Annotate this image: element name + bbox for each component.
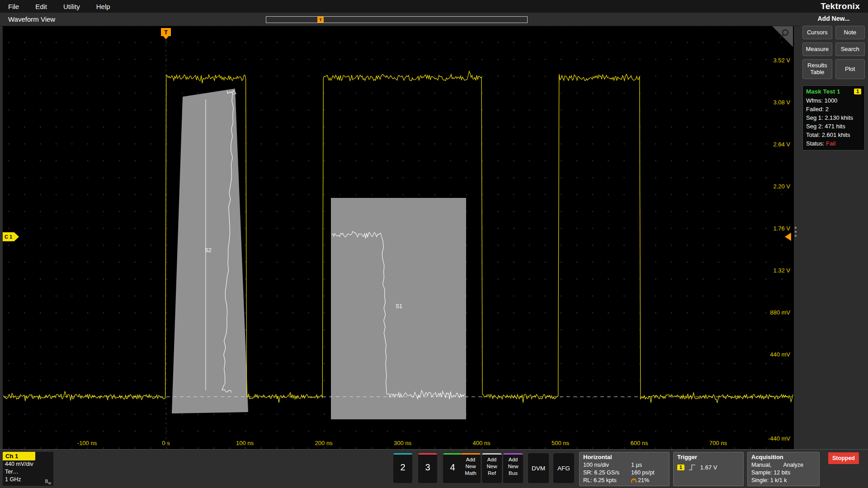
mask-test-title: Mask Test 1: [806, 88, 840, 95]
right-sidebar: Add New... Cursors Note Measure Search R…: [799, 13, 868, 449]
add-bus-line2: New: [503, 463, 523, 470]
add-new-bus-button[interactable]: Add New Bus: [503, 453, 523, 483]
plot-button[interactable]: Plot: [835, 59, 865, 79]
trigger-panel[interactable]: Trigger 1 1.67 V: [673, 452, 744, 486]
add-ref-line2: New: [482, 463, 502, 470]
horizontal-scale: 100 ns/div: [583, 461, 631, 469]
menu-item-utility[interactable]: Utility: [63, 3, 80, 10]
splitter-dot: [795, 231, 797, 233]
cursors-button[interactable]: Cursors: [802, 26, 832, 39]
x-axis-label: 300 ns: [394, 440, 412, 446]
horizontal-sample-rate: SR: 6.25 GS/s: [583, 469, 631, 477]
menu-item-help[interactable]: Help: [96, 3, 110, 10]
measure-button[interactable]: Measure: [802, 42, 832, 56]
splitter-dot: [795, 235, 797, 237]
trigger-source-badge: 1: [677, 465, 684, 470]
y-axis-label: 3.52 V: [773, 57, 790, 64]
add-new-ref-button[interactable]: Add New Ref: [482, 453, 502, 483]
add-ref-line3: Ref: [482, 470, 502, 477]
search-button[interactable]: Search: [835, 42, 865, 56]
channel-3-number: 3: [418, 462, 437, 473]
results-table-button[interactable]: Results Table: [802, 59, 832, 79]
x-axis-label: 200 ns: [315, 440, 333, 446]
mask-label-S1: S1: [396, 303, 402, 310]
mask-test-wfms: Wfms: 1000: [806, 96, 861, 105]
dvm-button[interactable]: DVM: [528, 453, 549, 483]
panel-splitter[interactable]: [795, 227, 797, 237]
add-new-label: Add New...: [802, 15, 865, 22]
note-button[interactable]: Note: [835, 26, 865, 39]
channel-1-termination: Ter…: [3, 468, 53, 476]
horizontal-record-length: RL: 6.25 kpts: [583, 477, 631, 484]
acquisition-stopped-button[interactable]: Stopped: [828, 452, 859, 464]
channel-2-button[interactable]: 2: [393, 453, 412, 483]
x-axis-label: 600 ns: [630, 440, 648, 446]
afg-button[interactable]: AFG: [553, 453, 574, 483]
mask-test-header: Mask Test 1 1: [806, 88, 861, 95]
x-axis-label: 400 ns: [472, 440, 491, 446]
waveform-display[interactable]: S2S13.52 V3.08 V2.64 V2.20 V1.76 V1.32 V…: [3, 26, 794, 449]
x-axis-label: 700 ns: [709, 440, 727, 446]
add-math-line2: New: [461, 463, 481, 470]
position-gauge-icon: [631, 478, 637, 483]
mask-test-seg2: Seg 2: 471 hits: [806, 122, 861, 131]
mask-test-panel[interactable]: Mask Test 1 1 Wfms: 1000 Failed: 2 Seg 1…: [802, 85, 865, 150]
channel-3-button[interactable]: 3: [418, 453, 437, 483]
y-axis-label: 1.76 V: [773, 225, 790, 232]
horizontal-panel[interactable]: Horizontal 100 ns/div1 µs SR: 6.25 GS/s1…: [579, 452, 670, 486]
scope-graticule: S2S13.52 V3.08 V2.64 V2.20 V1.76 V1.32 V…: [3, 26, 794, 449]
math-color-strip: [461, 453, 481, 455]
horizontal-resolution: 160 ps/pt: [631, 469, 654, 477]
trigger-title: Trigger: [677, 454, 740, 460]
add-math-line1: Add: [461, 456, 481, 463]
ref-color-strip: [482, 453, 502, 455]
add-new-math-button[interactable]: Add New Math: [461, 453, 481, 483]
acquisition-analyze: Analyze: [783, 461, 803, 469]
zoom-overview-bar[interactable]: T: [266, 16, 528, 23]
channel-1-label[interactable]: Ch 1: [3, 452, 35, 460]
menu-item-file[interactable]: File: [8, 3, 19, 10]
mask-test-status-label: Status:: [806, 140, 824, 147]
add-new-button-grid: Cursors Note Measure Search Results Tabl…: [802, 26, 865, 79]
y-axis-label: 2.64 V: [773, 141, 790, 148]
x-axis-label: -100 ns: [77, 440, 97, 446]
y-axis-label: 3.08 V: [773, 99, 790, 106]
y-axis-label: 440 mV: [770, 351, 790, 358]
add-math-line3: Math: [461, 470, 481, 477]
add-bus-line1: Add: [503, 456, 523, 463]
mask-test-status: Status: Fail: [806, 139, 861, 148]
rising-edge-slope-icon: [689, 464, 696, 471]
y-axis-label: 880 mV: [770, 309, 790, 316]
trigger-settings-row: 1 1.67 V: [677, 464, 740, 471]
splitter-dot: [795, 227, 797, 229]
mask-test-status-value: Fail: [826, 140, 835, 147]
trigger-level-arrow[interactable]: [785, 233, 791, 241]
acquisition-sample: Sample: 12 bits: [751, 469, 816, 477]
horizontal-position-value: 21%: [638, 477, 649, 484]
channel-1-settings[interactable]: Ch 1 440 mV/div Ter… 1 GHz BW: [3, 452, 53, 486]
minimap-trigger-marker[interactable]: T: [317, 17, 324, 23]
y-axis-label: 2.20 V: [773, 183, 790, 190]
mask-test-seg1: Seg 1: 2.130 khits: [806, 113, 861, 122]
acquisition-panel[interactable]: Acquisition Manual, Analyze Sample: 12 b…: [747, 452, 820, 486]
view-title: Waveform View: [8, 15, 55, 23]
channel-4-button[interactable]: 4: [443, 453, 462, 483]
channel-3-color-strip: [418, 453, 437, 455]
channel-4-color-strip: [443, 453, 462, 455]
trigger-flag[interactable]: T: [161, 28, 171, 36]
menu-item-edit[interactable]: Edit: [35, 3, 47, 10]
channel-1-scale: 440 mV/div: [3, 460, 53, 468]
mask-label-S2: S2: [205, 247, 212, 253]
acquisition-mode-row: Manual, Analyze: [751, 461, 816, 469]
tektronix-logo: Tektronix: [821, 1, 860, 11]
mask-test-source-badge: 1: [854, 89, 861, 94]
add-bus-line3: Bus: [503, 470, 523, 477]
y-axis-label: 1.32 V: [773, 267, 790, 274]
acquisition-title: Acquisition: [751, 454, 816, 460]
horizontal-position-cell: 21%: [631, 477, 649, 484]
acquisition-single: Single: 1 k/1 k: [751, 477, 816, 484]
channel-4-number: 4: [443, 462, 462, 473]
horizontal-title: Horizontal: [583, 454, 665, 460]
bandwidth-limit-icon: BW: [45, 479, 51, 485]
trigger-level-value: 1.67 V: [700, 464, 717, 471]
